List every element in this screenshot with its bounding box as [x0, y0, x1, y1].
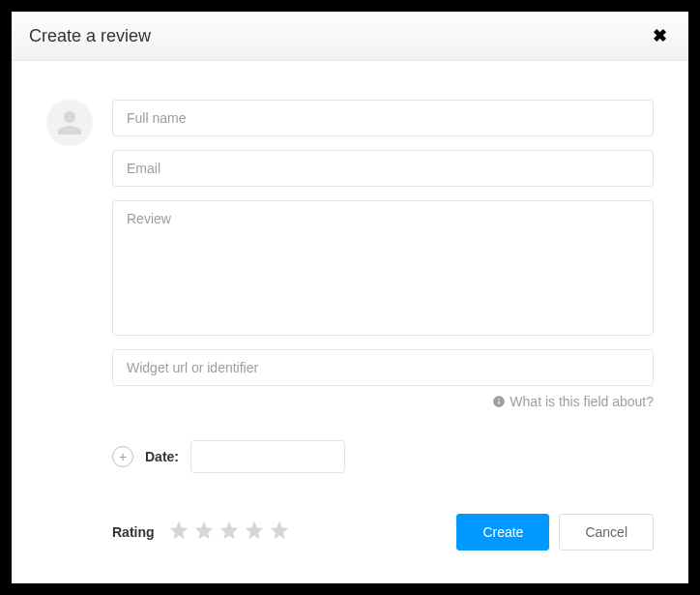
- action-buttons: Create Cancel: [456, 514, 654, 550]
- review-textarea[interactable]: [112, 200, 654, 336]
- create-review-modal: Create a review ✖ What is this field abo…: [12, 12, 688, 583]
- widget-hint[interactable]: What is this field about?: [112, 394, 654, 409]
- full-name-input[interactable]: [112, 100, 654, 136]
- modal-header: Create a review ✖: [12, 12, 688, 61]
- star-icon[interactable]: [168, 520, 190, 545]
- form-fields: What is this field about? + Date: Rating: [112, 100, 654, 550]
- rating-stars: [168, 520, 290, 545]
- star-icon[interactable]: [193, 520, 215, 545]
- modal-body: What is this field about? + Date: Rating: [12, 61, 688, 583]
- star-icon[interactable]: [269, 520, 290, 545]
- avatar: [46, 100, 93, 146]
- date-label: Date:: [145, 449, 179, 464]
- user-icon: [55, 108, 84, 137]
- create-button[interactable]: Create: [456, 514, 549, 550]
- star-icon[interactable]: [244, 520, 265, 545]
- footer-row: Rating Create Cancel: [112, 487, 654, 550]
- widget-hint-text: What is this field about?: [510, 394, 654, 409]
- close-icon[interactable]: ✖: [649, 25, 671, 46]
- date-row: + Date:: [112, 423, 654, 473]
- modal-title: Create a review: [29, 26, 151, 46]
- widget-input[interactable]: [112, 349, 654, 386]
- rating-label: Rating: [112, 524, 155, 540]
- info-icon: [492, 395, 506, 408]
- cancel-button[interactable]: Cancel: [559, 514, 654, 550]
- date-input[interactable]: [190, 440, 345, 473]
- star-icon[interactable]: [219, 520, 240, 545]
- add-icon[interactable]: +: [112, 446, 133, 467]
- email-input[interactable]: [112, 150, 654, 187]
- rating-group: Rating: [112, 520, 290, 545]
- form-row: What is this field about? + Date: Rating: [46, 100, 654, 550]
